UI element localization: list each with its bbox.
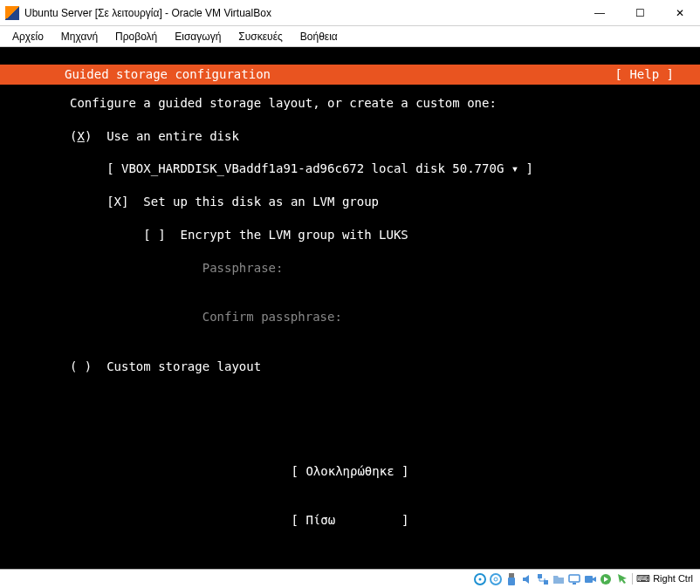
app-icon [5, 6, 19, 20]
menu-help[interactable]: Βοήθεια [293, 29, 345, 44]
installer-header: Guided storage configuration [ Help ] [0, 65, 700, 85]
svg-rect-10 [585, 576, 593, 583]
window-title: Ubuntu Server [Σε λειτουργία] - Oracle V… [24, 7, 580, 19]
window-titlebar: Ubuntu Server [Σε λειτουργία] - Oracle V… [0, 0, 700, 26]
hostkey-indicator[interactable]: ⌨ Right Ctrl [632, 573, 697, 585]
close-button[interactable]: ✕ [660, 0, 700, 26]
checkbox-lvm[interactable]: [X] Set up this disk as an LVM group [0, 194, 700, 210]
help-button[interactable]: [ Help ] [615, 66, 691, 83]
svg-rect-6 [538, 574, 542, 578]
svg-point-3 [494, 578, 498, 581]
menu-file[interactable]: Αρχείο [5, 29, 51, 44]
back-button[interactable]: [ Πίσω ] [0, 512, 700, 529]
checkbox-luks-label: Encrypt the LVM group with LUKS [180, 228, 408, 242]
svg-rect-9 [573, 583, 576, 585]
usb-icon[interactable] [504, 572, 518, 586]
radio-entire-disk[interactable]: (X) Use an entire disk [0, 128, 700, 145]
radio-entire-disk-label: Use an entire disk [106, 129, 239, 143]
done-button[interactable]: [ Ολοκληρώθηκε ] [0, 463, 700, 480]
menu-devices[interactable]: Συσκευές [231, 29, 289, 44]
svg-rect-4 [509, 573, 514, 578]
passphrase-label: Passphrase: [0, 260, 700, 277]
menu-bar: Αρχείο Μηχανή Προβολή Εισαγωγή Συσκευές … [0, 26, 700, 47]
radio-custom-layout[interactable]: ( ) Custom storage layout [0, 359, 700, 375]
recording-icon[interactable] [583, 572, 597, 586]
shared-folders-icon[interactable] [552, 572, 566, 586]
hard-disk-icon[interactable] [473, 572, 487, 586]
confirm-passphrase-label: Confirm passphrase: [0, 309, 700, 325]
optical-drive-icon[interactable] [489, 572, 503, 586]
vm-state-icon[interactable] [599, 572, 613, 586]
mouse-integration-icon[interactable] [614, 572, 628, 586]
checkbox-luks[interactable]: [ ] Encrypt the LVM group with LUKS [0, 227, 700, 243]
minimize-button[interactable]: — [580, 0, 620, 26]
maximize-button[interactable]: ☐ [620, 0, 660, 26]
radio-custom-layout-label: Custom storage layout [106, 359, 261, 373]
network-icon[interactable] [536, 572, 550, 586]
svg-point-1 [479, 578, 482, 580]
svg-rect-8 [569, 575, 580, 582]
menu-input[interactable]: Εισαγωγή [168, 29, 228, 44]
installer-title: Guided storage configuration [9, 66, 615, 83]
menu-machine[interactable]: Μηχανή [54, 29, 105, 44]
status-bar: ⌨ Right Ctrl [0, 569, 700, 588]
checkbox-lvm-label: Set up this disk as an LVM group [143, 195, 379, 209]
intro-text: Configure a guided storage layout, or cr… [0, 95, 700, 112]
menu-view[interactable]: Προβολή [108, 29, 164, 44]
installer-screen: Guided storage configuration [ Help ] Co… [0, 47, 700, 569]
display-icon[interactable] [567, 572, 581, 586]
audio-icon[interactable] [520, 572, 534, 586]
svg-rect-5 [508, 578, 515, 585]
disk-selector[interactable]: [ VBOX_HARDDISK_VBaddf1a91-ad96c672 loca… [0, 161, 700, 177]
